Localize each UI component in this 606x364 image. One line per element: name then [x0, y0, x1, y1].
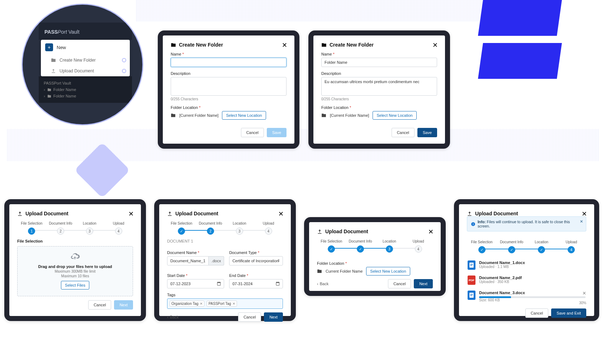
upload-icon: [17, 211, 23, 216]
next-button[interactable]: Next: [264, 312, 283, 322]
cancel-button[interactable]: Cancel: [88, 300, 111, 310]
tags-input[interactable]: Organization Tag✕ PASSPort Tag✕: [167, 298, 283, 309]
step-1-dot: ✓: [328, 245, 335, 253]
tree-item[interactable]: › Folder Name: [44, 86, 127, 93]
decor-blue-block-2: [478, 43, 562, 79]
step-3-dot: 3: [86, 227, 93, 235]
new-label: New: [57, 45, 66, 50]
name-input[interactable]: Folder Name: [321, 58, 437, 67]
stepper: File Selection1 Document Info2 Location3…: [17, 221, 133, 235]
char-hint: 0/255 Characters: [321, 97, 437, 101]
next-button[interactable]: Next: [114, 300, 133, 310]
tree-item[interactable]: › Folder Name: [44, 93, 127, 99]
location-label: Folder Location: [317, 261, 433, 265]
docx-file-icon: [468, 260, 475, 270]
menu-upload-document[interactable]: Upload Document: [41, 66, 130, 76]
current-folder: [Current Folder Name]: [330, 113, 369, 118]
document-name-input[interactable]: Document_Name_1: [167, 256, 209, 265]
close-icon[interactable]: ✕: [428, 228, 434, 236]
description-input[interactable]: Eu accumsan ultrices morbi pretium condi…: [321, 77, 437, 96]
remove-file-icon[interactable]: ✕: [582, 291, 586, 296]
step-4-dot: 4: [265, 227, 272, 235]
chevron-updown-icon: ⇕: [277, 259, 280, 263]
upload-icon: [467, 211, 472, 216]
cancel-button[interactable]: Cancel: [238, 312, 261, 322]
modal-upload-step1: Upload Document ✕ File Selection1 Docume…: [4, 199, 146, 321]
folder-tree: PASSPort Vault › Folder Name › Folder Na…: [39, 76, 132, 103]
docx-file-icon: [468, 291, 475, 300]
next-button[interactable]: Next: [414, 279, 433, 288]
save-button[interactable]: Save: [417, 128, 437, 137]
description-input[interactable]: [171, 77, 287, 96]
stepper: File Selection✓ Document Info2 Location3…: [167, 221, 283, 235]
tree-root[interactable]: PASSPort Vault: [44, 80, 127, 86]
start-date-input[interactable]: 07-12-2023: [167, 279, 224, 288]
step-3-dot: ✓: [538, 246, 545, 253]
remove-tag-icon[interactable]: ✕: [232, 302, 235, 306]
location-label: Folder Location: [171, 105, 287, 110]
folder-icon: [51, 58, 56, 63]
tag-chip[interactable]: PASSPort Tag✕: [207, 301, 237, 307]
upload-item: PDF Document Name_2.pdf Uploaded · 350 K…: [467, 273, 586, 288]
select-location-button[interactable]: Select New Location: [366, 267, 410, 276]
modal-title: Create New Folder: [171, 42, 287, 48]
close-icon[interactable]: ✕: [432, 41, 438, 49]
svg-rect-7: [470, 294, 473, 294]
cancel-button[interactable]: Cancel: [388, 279, 411, 288]
progress-percent: 30%: [579, 301, 586, 305]
upload-item-progress: Document Name_3.docx Size: 600 KB ✕ 30%: [467, 288, 586, 305]
decor-stripes-top: [136, 0, 531, 21]
new-button[interactable]: + New: [41, 40, 130, 55]
modal-title: Upload Document: [467, 211, 586, 216]
remove-tag-icon[interactable]: ✕: [200, 302, 203, 306]
document-type-select[interactable]: Certificate of Incorporation: [229, 256, 283, 265]
save-and-exit-button[interactable]: Save and Exit: [551, 308, 586, 318]
dropzone[interactable]: Drag and drop your files here to upload …: [17, 246, 133, 296]
char-hint: 0/255 Characters: [171, 97, 287, 101]
end-date-input[interactable]: 07-31-2024: [229, 279, 283, 288]
menu-create-folder[interactable]: Create New Folder: [41, 55, 130, 66]
info-banner: i Info: Files will continue to upload. I…: [467, 216, 586, 231]
back-button[interactable]: ‹ Back: [317, 279, 328, 288]
svg-rect-3: [470, 264, 473, 264]
modal-upload-step2: Upload Document ✕ File Selection✓ Docume…: [154, 199, 296, 321]
new-menu: + New Create New Folder Upload Document: [41, 40, 130, 76]
name-label: Name: [321, 52, 437, 56]
upload-icon: [317, 229, 322, 234]
dismiss-banner-icon[interactable]: ✕: [580, 219, 583, 224]
step-3-dot: 3: [236, 227, 243, 235]
svg-rect-4: [470, 265, 473, 265]
close-icon[interactable]: ✕: [278, 210, 284, 218]
folder-icon: [321, 113, 326, 118]
back-button[interactable]: ‹ Back: [167, 312, 179, 322]
modal-create-folder-empty: Create New Folder ✕ Name Description 0/2…: [158, 30, 299, 149]
step-2-dot: ✓: [357, 245, 364, 253]
plus-icon: +: [45, 43, 53, 51]
close-icon[interactable]: ✕: [128, 210, 134, 218]
select-location-button[interactable]: Select New Location: [222, 111, 266, 120]
current-folder: [Current Folder Name]: [179, 113, 218, 118]
cancel-button[interactable]: Cancel: [525, 308, 548, 318]
info-icon: i: [471, 222, 475, 226]
cancel-button[interactable]: Cancel: [392, 128, 415, 137]
step-1-dot: ✓: [178, 227, 185, 235]
modal-title: Upload Document: [317, 229, 433, 234]
pdf-file-icon: PDF: [468, 276, 475, 285]
modal-create-folder-filled: Create New Folder ✕ Name Folder Name Des…: [308, 30, 450, 149]
magnifier-panel: PASSPort Vault + New Create New Folder U…: [22, 4, 143, 125]
folder-icon: [321, 42, 327, 48]
name-input[interactable]: [171, 58, 287, 67]
cancel-button[interactable]: Cancel: [241, 128, 264, 137]
upload-icon: [167, 211, 172, 216]
step-4-dot: 4: [415, 245, 422, 253]
step-4-dot: 4: [115, 227, 122, 235]
save-button[interactable]: Save: [267, 128, 287, 137]
stepper: File Selection✓ Document Info✓ Location✓…: [467, 240, 586, 253]
step-1-dot: 1: [28, 227, 35, 235]
calendar-icon: [275, 281, 280, 286]
select-files-button[interactable]: Select Files: [61, 281, 89, 289]
step-2-dot: 2: [207, 227, 214, 235]
select-location-button[interactable]: Select New Location: [373, 111, 416, 120]
tag-chip[interactable]: Organization Tag✕: [170, 301, 204, 307]
close-icon[interactable]: ✕: [282, 41, 287, 49]
